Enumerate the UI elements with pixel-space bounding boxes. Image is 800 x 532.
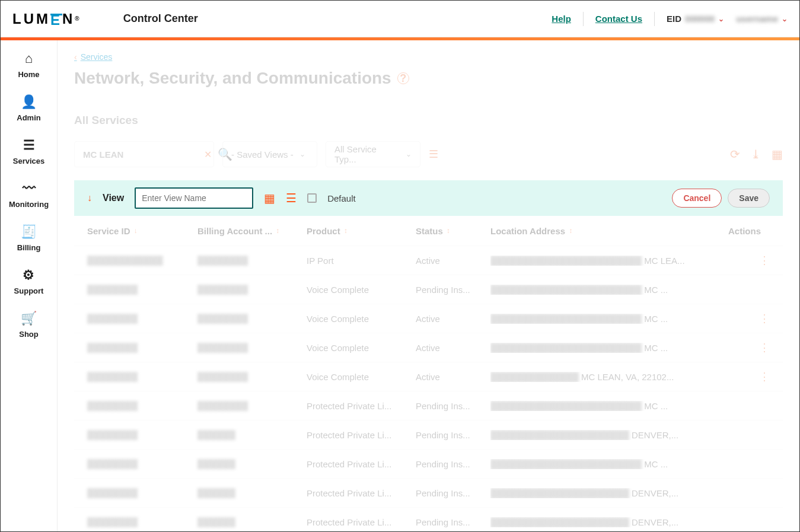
cell-service-id: ████████ — [87, 430, 197, 440]
contact-link[interactable]: Contact Us — [595, 14, 642, 24]
row-actions-icon[interactable]: ⋮ — [759, 312, 770, 325]
cell-product: Protected Private Li... — [307, 459, 416, 469]
view-label: View — [103, 193, 124, 203]
table-row[interactable]: ██████████████Protected Private Li...Pen… — [74, 420, 783, 449]
table-row[interactable]: ████████████████Voice CompleteActive████… — [74, 333, 783, 362]
table-row[interactable]: ██████████████Protected Private Li...Pen… — [74, 507, 783, 532]
col-billing-account[interactable]: Billing Account ...↕ — [197, 226, 307, 236]
table-row[interactable]: ██████████████Protected Private Li...Pen… — [74, 449, 783, 478]
cell-billing-account: ████████ — [197, 314, 307, 324]
arrow-down-icon: ↓ — [87, 193, 92, 203]
row-actions-icon[interactable]: ⋮ — [759, 370, 770, 383]
cell-billing-account: ██████ — [197, 430, 307, 440]
logo-mid: E — [50, 14, 62, 26]
main-content: ‹ Services Network, Security, and Commun… — [58, 40, 799, 532]
header-right: Help Contact Us EID 000000 ⌄ username ⌄ — [552, 12, 788, 26]
logo: LUMEN® — [12, 11, 82, 27]
cell-billing-account: ██████ — [197, 517, 307, 527]
sidebar-item-services[interactable]: ☰Services — [13, 138, 45, 165]
sidebar-item-admin[interactable]: 👤Admin — [17, 94, 40, 122]
table-row[interactable]: ████████████████████IP PortActive███████… — [74, 246, 783, 275]
sidebar: ⌂Home👤Admin☰Services〰Monitoring🧾Billing⚙… — [1, 40, 58, 532]
logo-post: N — [62, 11, 75, 27]
cell-billing-account: ████████ — [197, 256, 307, 266]
cell-product: Protected Private Li... — [307, 517, 416, 527]
view-bar: ↓ View ▦ ☰ Default Cancel Save — [74, 180, 783, 216]
header: LUMEN® Control Center Help Contact Us EI… — [1, 1, 799, 37]
table-row[interactable]: ████████████████Voice CompletePending In… — [74, 275, 783, 304]
table-row[interactable]: ██████████████Protected Private Li...Pen… — [74, 478, 783, 507]
service-type-dropdown[interactable]: All Service Typ... ⌄ — [326, 141, 420, 167]
page-title: Network, Security, and Communications ? — [74, 69, 783, 88]
col-actions: Actions — [728, 226, 770, 236]
sidebar-item-label: Admin — [17, 113, 40, 122]
cell-location: ████████████████████████ MC ... — [490, 401, 704, 411]
cell-status: Active — [416, 256, 490, 266]
save-button[interactable]: Save — [728, 189, 770, 208]
user-value: username — [736, 14, 778, 24]
refresh-icon[interactable]: ⟳ — [730, 147, 740, 161]
cell-location: ██████████████████████ DENVER,... — [490, 517, 704, 527]
col-location[interactable]: Location Address↕ — [490, 226, 704, 236]
sort-icon: ↕ — [447, 227, 450, 235]
divider — [583, 12, 584, 26]
cell-service-id: ████████ — [87, 285, 197, 295]
columns-icon[interactable]: ▦ — [772, 147, 783, 161]
clear-icon[interactable]: ✕ — [204, 149, 212, 160]
search-box: ✕ 🔍 — [74, 141, 214, 167]
filter-icon[interactable]: ☰ — [429, 148, 438, 161]
logo-pre: LUM — [12, 11, 50, 27]
sidebar-item-label: Support — [14, 286, 44, 295]
sort-icon: ↕ — [569, 227, 572, 235]
table-row[interactable]: ████████████████Voice CompleteActive████… — [74, 362, 783, 391]
search-input[interactable] — [83, 149, 198, 160]
download-icon[interactable]: ⤓ — [751, 147, 761, 161]
app-title: Control Center — [123, 12, 198, 25]
section-title: All Services — [74, 114, 783, 127]
help-link[interactable]: Help — [552, 14, 571, 24]
eid-dropdown[interactable]: EID 000000 ⌄ — [667, 14, 724, 24]
saved-views-dropdown[interactable]: - Saved Views - ⌄ — [222, 141, 317, 167]
sidebar-item-billing[interactable]: 🧾Billing — [17, 224, 41, 252]
sidebar-item-home[interactable]: ⌂Home — [18, 51, 39, 79]
user-dropdown[interactable]: username ⌄ — [736, 14, 788, 24]
col-product[interactable]: Product↕ — [307, 226, 416, 236]
table-row[interactable]: ████████████████Protected Private Li...P… — [74, 391, 783, 420]
cell-product: Protected Private Li... — [307, 488, 416, 498]
help-icon[interactable]: ? — [397, 72, 409, 84]
col-service-id[interactable]: Service ID↓ — [87, 226, 197, 236]
cell-service-id: ████████ — [87, 372, 197, 382]
sidebar-icon: 〰 — [23, 181, 36, 196]
row-actions-icon[interactable]: ⋮ — [759, 254, 770, 267]
cancel-button[interactable]: Cancel — [672, 189, 722, 208]
cell-product: Protected Private Li... — [307, 401, 416, 411]
sidebar-item-label: Home — [18, 70, 39, 79]
cell-billing-account: ██████ — [197, 459, 307, 469]
cell-location: ██████████████████████ DENVER,... — [490, 430, 704, 440]
sidebar-item-label: Services — [13, 157, 45, 165]
cell-billing-account: ████████ — [197, 343, 307, 353]
cell-status: Pending Ins... — [416, 430, 490, 440]
row-actions-icon[interactable]: ⋮ — [759, 341, 770, 354]
cell-status: Pending Ins... — [416, 517, 490, 527]
cell-service-id: ████████ — [87, 517, 197, 527]
cell-location: ████████████████████████ MC ... — [490, 285, 704, 295]
view-name-input[interactable] — [135, 187, 253, 209]
sidebar-item-support[interactable]: ⚙Support — [14, 267, 44, 295]
cell-product: Voice Complete — [307, 285, 416, 295]
sort-icon: ↕ — [276, 227, 279, 235]
sidebar-icon: ☰ — [23, 138, 35, 153]
cell-billing-account: ██████ — [197, 488, 307, 498]
divider — [654, 12, 655, 26]
columns-config-icon[interactable]: ▦ — [264, 191, 275, 205]
col-status[interactable]: Status↕ — [416, 226, 490, 236]
breadcrumb[interactable]: ‹ Services — [74, 52, 783, 62]
chevron-down-icon: ⌄ — [718, 15, 724, 23]
cell-status: Pending Ins... — [416, 488, 490, 498]
table-row[interactable]: ████████████████Voice CompleteActive████… — [74, 304, 783, 333]
sidebar-item-monitoring[interactable]: 〰Monitoring — [9, 181, 49, 209]
sliders-icon[interactable]: ☰ — [286, 191, 297, 205]
cell-service-id: ████████ — [87, 314, 197, 324]
default-checkbox[interactable] — [307, 193, 317, 203]
sidebar-item-shop[interactable]: 🛒Shop — [19, 311, 39, 339]
